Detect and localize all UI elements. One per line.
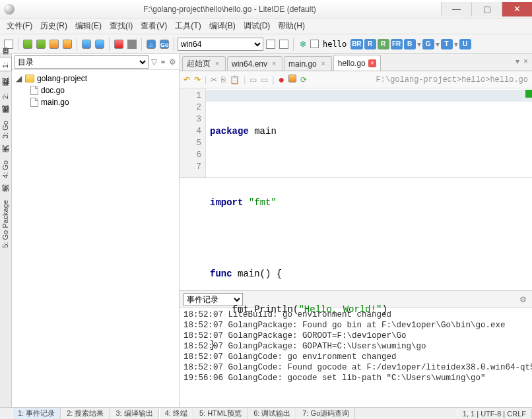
badge-g[interactable]: G [422,39,434,49]
status-html[interactable]: 5: HTML预览 [193,408,248,419]
status-build[interactable]: 3: 编译输出 [110,408,158,419]
tab-main[interactable]: main.go× [284,56,332,71]
hello-label: hello [320,40,349,49]
dock-tab-outline[interactable]: 4: Go 大纲 [1,158,11,178]
window-title: F:\golang-project\hello\hello.go - LiteI… [18,5,441,14]
dock-tab-pkg[interactable]: 5: Go Package 浏览 [1,198,11,248]
status-gosrc[interactable]: 7: Go源码查询 [296,408,355,419]
marker-icon [525,90,532,98]
nav-fwd-icon[interactable] [35,38,47,50]
window-controls: — ▢ ✕ [441,2,532,16]
paste-icon[interactable]: 📋 [230,75,240,84]
editor-toolbar: ↶ ↷ | ✂ ⎘ 📋 | ▭ ▭ | ● ⟳ F:\golang-projec… [180,71,532,88]
env-edit-icon[interactable] [278,38,290,50]
close-button[interactable]: ✕ [502,2,532,16]
menu-bar: 文件(F) 历史(R) 编辑(E) 查找(I) 查看(V) 工具(T) 编译(B… [0,18,532,34]
tree-file[interactable]: main.go [12,96,179,108]
dock-tab-class[interactable]: 3: Go 类视图 [1,119,11,139]
menu-find[interactable]: 查找(I) [106,19,137,33]
format-icon[interactable]: ▭ [249,75,257,84]
tree-file-label: doc.go [41,86,65,95]
menu-view[interactable]: 查看(V) [137,19,171,33]
settings-icon[interactable]: ⚙ [169,57,176,67]
menu-edit[interactable]: 编辑(E) [71,19,106,33]
new-file-icon[interactable] [3,38,15,50]
menu-tools[interactable]: 工具(T) [171,19,205,33]
redo-icon[interactable]: ↷ [194,75,201,84]
badge-r[interactable]: R [364,39,376,49]
tree-file-label: main.go [41,98,69,107]
breadcrumb: F:\golang-project>hello>hello.go [311,75,528,84]
app-icon [4,4,15,15]
status-cursor: 1, 1 | UTF-8 | CRLF [457,409,532,418]
folder-icon [25,75,34,82]
file-icon [30,86,38,95]
log-gear-icon[interactable]: ⚙ [519,295,527,304]
maximize-button[interactable]: ▢ [471,2,502,16]
debug-icon[interactable]: ⟳ [300,75,307,84]
menu-debug[interactable]: 调试(D) [240,19,275,33]
tab-hello[interactable]: hello.go× [333,55,381,71]
cut-icon[interactable] [113,38,125,50]
copy-icon[interactable]: ⎘ [221,75,226,84]
status-debug[interactable]: 6: 调试输出 [248,408,296,419]
cut-icon[interactable]: ✂ [211,75,217,84]
stop-icon[interactable]: ● [278,74,284,86]
tab-start[interactable]: 起始页× [182,56,226,71]
menu-history[interactable]: 历史(R) [36,19,71,33]
minimize-button[interactable]: — [441,2,471,16]
badge-u[interactable]: U [459,39,471,49]
tree-folder[interactable]: ◢ golang-project [12,73,179,84]
file-icon [30,98,38,107]
close-icon[interactable]: × [213,60,221,68]
badge-t[interactable]: T [441,39,453,49]
badge-br[interactable]: BR [350,39,362,49]
status-bar: 1: 事件记录 2: 搜索结果 3: 编译输出 4: 终端 5: HTML预览 … [0,407,532,419]
target-select[interactable]: win64 [178,38,263,51]
editor-tabs: 起始页× win64.env× main.go× hello.go× ▾× [180,54,532,71]
save-all-icon[interactable] [94,38,106,50]
left-dock-tabs: 1: 目录 2: 打开文档 3: Go 类视图 4: Go 大纲 5: Go P… [0,54,12,407]
dock-tab-dir[interactable]: 1: 目录 [0,57,12,71]
lock-checkbox[interactable] [310,40,319,48]
gear-icon[interactable]: ✻ [297,38,309,50]
badge-b[interactable]: B [404,39,416,49]
status-search[interactable]: 2: 搜索结果 [61,408,110,419]
link-icon[interactable]: ⚭ [160,57,166,67]
menu-file[interactable]: 文件(F) [3,19,36,33]
open-icon[interactable] [48,38,60,50]
status-term[interactable]: 4: 终端 [159,408,193,419]
tool-icon[interactable] [126,38,138,50]
tab-env[interactable]: win64.env× [227,56,283,71]
line-gutter: 1234567 [180,88,206,177]
sidebar-view-select[interactable]: 目录 [15,55,149,69]
badge-r2[interactable]: R [378,39,389,49]
save-icon[interactable] [81,38,92,50]
tab-close-all-icon[interactable]: × [523,57,528,66]
tree-folder-label: golang-project [37,74,87,83]
title-bar: F:\golang-project\hello\hello.go - LiteI… [0,0,532,18]
main-toolbar: ⌂ Go win64 ✻ hello BR R R FR B ▾ G ▾ T ▾… [0,34,532,54]
home-icon[interactable]: ⌂ [145,38,157,50]
status-events[interactable]: 1: 事件记录 [12,408,61,419]
tree-file[interactable]: doc.go [12,84,179,96]
open-folder-icon[interactable] [61,38,73,50]
menu-help[interactable]: 帮助(H) [274,19,309,33]
menu-build[interactable]: 编译(B) [205,19,240,33]
close-icon[interactable]: × [319,60,327,68]
code-editor[interactable]: 1234567 package main import "fmt" func m… [180,88,532,178]
tab-menu-icon[interactable]: ▾ [515,57,519,66]
file-tree[interactable]: ◢ golang-project doc.go main.go [12,70,179,407]
undo-icon[interactable]: ↶ [183,75,190,84]
go-icon[interactable]: Go [158,38,170,50]
dock-tab-open[interactable]: 2: 打开文档 [1,91,11,99]
filter-icon[interactable]: ▽ [151,57,157,67]
env-icon[interactable] [265,38,277,50]
format2-icon[interactable]: ▭ [261,75,268,84]
badge-fr[interactable]: FR [391,39,403,49]
nav-back-icon[interactable] [22,38,34,50]
run-icon[interactable] [288,75,296,84]
close-icon[interactable]: × [270,60,278,68]
sidebar: 目录 ▽ ⚭ ⚙ ◢ golang-project doc.go main.go [12,54,180,407]
close-icon[interactable]: × [368,59,376,67]
